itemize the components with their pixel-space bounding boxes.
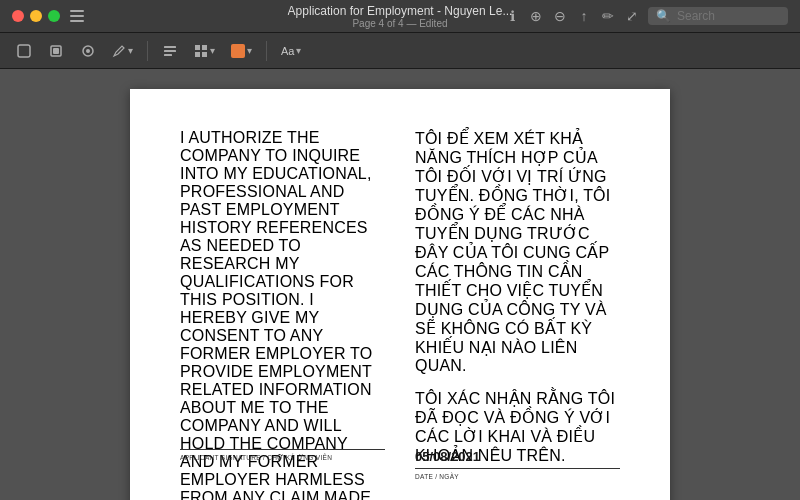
vietnamese-text-1: TÔI ĐỂ XEM XÉT KHẢ NĂNG THÍCH HỢP CỦA TÔ…: [415, 129, 620, 375]
main-content: I AUTHORIZE THE COMPANY TO INQUIRE INTO …: [0, 69, 800, 500]
document-title: Application for Employment - Nguyen Le..…: [288, 4, 513, 18]
date-value: 05/08/2021: [415, 449, 620, 464]
annotation-dropdown[interactable]: ▾: [106, 42, 139, 60]
titlebar: Application for Employment - Nguyen Le..…: [0, 0, 800, 33]
signature-line: [180, 449, 385, 450]
svg-rect-13: [195, 52, 200, 57]
svg-rect-9: [164, 50, 176, 52]
traffic-lights: [12, 10, 60, 22]
titlebar-center: Application for Employment - Nguyen Le..…: [288, 4, 513, 29]
expand-icon[interactable]: ⤢: [624, 8, 640, 24]
stamp-button[interactable]: [74, 38, 102, 64]
svg-rect-3: [18, 45, 30, 57]
date-field: 05/08/2021 DATE / NGÀY: [415, 449, 620, 480]
document-subtitle: Page 4 of 4 — Edited: [352, 18, 447, 29]
search-input[interactable]: [677, 9, 780, 23]
svg-rect-14: [202, 52, 207, 57]
signature-label: APPLICANT SIGNATURE / CHỮ KÝ ỨNG VIÊN: [180, 454, 385, 462]
authorization-text: I AUTHORIZE THE COMPANY TO INQUIRE INTO …: [180, 129, 385, 500]
document-content: I AUTHORIZE THE COMPANY TO INQUIRE INTO …: [180, 129, 620, 480]
right-column: TÔI ĐỂ XEM XÉT KHẢ NĂNG THÍCH HỢP CỦA TÔ…: [415, 129, 620, 480]
applicant-signature-field: APPLICANT SIGNATURE / CHỮ KÝ ỨNG VIÊN: [180, 449, 385, 480]
close-button[interactable]: [12, 10, 24, 22]
view-dropdown[interactable]: ▾: [188, 42, 221, 60]
svg-rect-2: [70, 20, 84, 22]
svg-rect-5: [53, 48, 59, 54]
zoom-out-icon[interactable]: ⊖: [552, 8, 568, 24]
document-page: I AUTHORIZE THE COMPANY TO INQUIRE INTO …: [130, 89, 670, 500]
left-column: I AUTHORIZE THE COMPANY TO INQUIRE INTO …: [180, 129, 385, 480]
toolbar: ▾ ▾ ▾ Aa ▾: [0, 33, 800, 69]
color-dropdown[interactable]: ▾: [225, 42, 258, 60]
signature-section: APPLICANT SIGNATURE / CHỮ KÝ ỨNG VIÊN 05…: [180, 449, 620, 480]
date-line: [415, 468, 620, 469]
layout-button[interactable]: [156, 38, 184, 64]
svg-rect-10: [164, 54, 172, 56]
minimize-button[interactable]: [30, 10, 42, 22]
svg-rect-0: [70, 10, 84, 12]
share-icon[interactable]: ↑: [576, 8, 592, 24]
search-bar[interactable]: 🔍: [648, 7, 788, 25]
markup-button[interactable]: [10, 38, 38, 64]
select-button[interactable]: [42, 38, 70, 64]
maximize-button[interactable]: [48, 10, 60, 22]
svg-rect-1: [70, 15, 84, 17]
svg-rect-12: [202, 45, 207, 50]
search-icon: 🔍: [656, 9, 671, 23]
edit-icon[interactable]: ✏: [600, 8, 616, 24]
svg-rect-11: [195, 45, 200, 50]
date-label: DATE / NGÀY: [415, 473, 620, 480]
sidebar-toggle[interactable]: [68, 7, 86, 25]
svg-rect-8: [164, 46, 176, 48]
zoom-icon[interactable]: ⊕: [528, 8, 544, 24]
font-dropdown[interactable]: Aa ▾: [275, 43, 307, 59]
svg-point-7: [86, 49, 90, 53]
